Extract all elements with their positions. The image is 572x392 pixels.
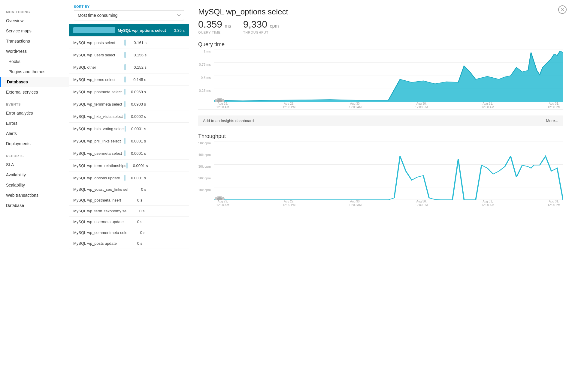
db-row-name: MySQL wp_terms select <box>73 77 124 82</box>
db-row-value: 0 s <box>124 220 142 224</box>
db-row[interactable]: MySQL wp_users select0.156 s <box>69 49 189 61</box>
sidebar-item-transactions[interactable]: Transactions <box>0 36 69 46</box>
db-row-value: 0 s <box>124 241 142 246</box>
db-row-value: 0 s <box>124 198 142 202</box>
close-button[interactable]: ✕ <box>558 5 567 14</box>
db-row[interactable]: MySQL other0.152 s <box>69 61 189 73</box>
sidebar-item-wordpress[interactable]: WordPress <box>0 46 69 56</box>
throughput-canvas <box>214 141 563 200</box>
query-time-value: 0.359 ms <box>198 19 231 30</box>
db-row-name: MySQL other <box>73 65 124 70</box>
sidebar-item-external-services[interactable]: External services <box>0 87 69 97</box>
db-row[interactable]: MySQL wp_options select3.35 s <box>69 24 189 37</box>
svg-marker-5 <box>214 51 563 102</box>
db-row-value: 0 s <box>127 230 145 235</box>
query-time-chart-title: Query time <box>198 41 563 48</box>
db-row[interactable]: MySQL wp_usermeta select0.0001 s <box>69 147 189 160</box>
detail-panel: ✕ MySQL wp_options select 0.359 ms QUERY… <box>189 0 572 392</box>
sort-select[interactable]: Most time consumingSlowest averageMost c… <box>74 10 184 20</box>
sidebar-section-reports: REPORTS <box>0 149 69 160</box>
db-row[interactable]: MySQL wp_postmeta select0.0969 s <box>69 86 189 98</box>
db-row[interactable]: MySQL wp_prli_links select0.0001 s <box>69 135 189 147</box>
db-row-name: MySQL wp_yoast_seo_links sel <box>73 187 128 192</box>
db-row[interactable]: MySQL wp_postmeta insert0 s <box>69 195 189 206</box>
db-row-name: MySQL wp_termmeta select <box>73 102 124 106</box>
throughput-svg <box>214 141 563 200</box>
throughput-y-labels: 50k cpm40k cpm30k cpm20k cpm10k cpm <box>198 141 213 200</box>
sidebar-item-availability[interactable]: Availability <box>0 170 69 180</box>
db-row-name: MySQL wp_term_taxonomy se <box>73 209 126 213</box>
detail-title: MySQL wp_options select <box>198 7 563 16</box>
sidebar-item-error-analytics[interactable]: Error analytics <box>0 108 69 118</box>
chart-action-bar: Add to an Insights dashboard More... <box>198 115 563 126</box>
db-row-name: MySQL wp_term_relationships <box>73 163 126 168</box>
x-label: Aug 29,12:00 AM <box>214 102 232 109</box>
x-label: Aug 29,12:00 AM <box>214 200 232 207</box>
query-time-x-labels: Aug 29,12:00 AMAug 29,12:00 PMAug 30,12:… <box>214 102 563 109</box>
db-row[interactable]: MySQL wp_term_relationships0.0001 s <box>69 160 189 172</box>
throughput-x-labels: Aug 29,12:00 AMAug 29,12:00 PMAug 30,12:… <box>214 200 563 207</box>
sidebar-item-service-maps[interactable]: Service maps <box>0 26 69 36</box>
y-label: 10k cpm <box>198 188 213 192</box>
sidebar-item-scalability[interactable]: Scalability <box>0 180 69 190</box>
db-row-name: MySQL wp_options update <box>73 176 124 180</box>
sidebar-item-overview[interactable]: Overview <box>0 16 69 26</box>
query-time-canvas <box>214 49 563 102</box>
query-time-chart-section: Query time 1 ms0.75 ms0.5 ms0.25 ms <box>198 41 563 109</box>
sidebar-item-plugins-themes[interactable]: Plugins and themes <box>0 67 69 77</box>
db-row-value: 0.0001 s <box>130 163 148 168</box>
more-link[interactable]: More... <box>546 118 558 123</box>
db-row[interactable]: MySQL wp_posts select0.161 s <box>69 37 189 49</box>
sidebar-item-errors[interactable]: Errors <box>0 118 69 128</box>
y-label: 1 ms <box>198 49 213 53</box>
db-row-name: MySQL wp_posts select <box>73 40 124 45</box>
y-label: 50k cpm <box>198 141 213 145</box>
sidebar-item-database[interactable]: Database <box>0 200 69 211</box>
db-row-name: MySQL wp_postmeta insert <box>73 198 124 202</box>
db-row-value: 0.0969 s <box>128 90 146 94</box>
y-label: 0.5 ms <box>198 76 213 79</box>
throughput-chart-section: Throughput 50k cpm40k cpm30k cpm20k cpm1… <box>198 133 563 207</box>
db-row-name: MySQL wp_prli_links select <box>73 139 124 143</box>
db-row-name: MySQL wp_postmeta select <box>73 90 124 94</box>
db-row-value: 0.156 s <box>129 53 147 57</box>
db-row[interactable]: MySQL wp_commentmeta sele0 s <box>69 227 189 238</box>
add-to-dashboard-label: Add to an Insights dashboard <box>203 118 254 123</box>
x-label: Aug 29,12:00 PM <box>280 200 298 207</box>
db-row-name: MySQL wp_commentmeta sele <box>73 230 127 235</box>
sidebar-item-databases[interactable]: Databases <box>0 77 69 87</box>
x-label: Aug 29,12:00 PM <box>280 102 298 109</box>
sidebar-section-monitoring: MONITORING <box>0 5 69 16</box>
db-row-name: MySQL wp_hkb_voting select <box>73 127 125 131</box>
sidebar: MONITORINGOverviewService mapsTransactio… <box>0 0 69 392</box>
x-label: Aug 30,12:00 AM <box>346 200 364 207</box>
sidebar-item-web-transactions[interactable]: Web transactions <box>0 190 69 200</box>
x-label: Aug 30,12:00 PM <box>413 102 431 109</box>
sidebar-item-alerts[interactable]: Alerts <box>0 128 69 139</box>
db-row[interactable]: MySQL wp_termmeta select0.0903 s <box>69 98 189 110</box>
query-time-y-labels: 1 ms0.75 ms0.5 ms0.25 ms <box>198 49 213 102</box>
db-row[interactable]: MySQL wp_term_taxonomy se0 s <box>69 206 189 217</box>
db-row[interactable]: MySQL wp_yoast_seo_links sel0 s <box>69 184 189 195</box>
sidebar-item-hooks[interactable]: Hooks <box>0 56 69 67</box>
sidebar-item-deployments[interactable]: Deployments <box>0 139 69 149</box>
y-label: 40k cpm <box>198 153 213 157</box>
db-row-name: MySQL wp_users select <box>73 53 124 57</box>
x-label: Aug 31,12:00 AM <box>479 102 497 109</box>
sort-label: SORT BY <box>74 5 184 8</box>
detail-metrics: 0.359 ms QUERY TIME 9,330 cpm THROUGHPUT <box>198 19 563 34</box>
db-row[interactable]: MySQL wp_terms select0.145 s <box>69 73 189 86</box>
db-row[interactable]: MySQL wp_hkb_visits select0.0002 s <box>69 110 189 123</box>
db-row-value: 0.152 s <box>129 65 147 70</box>
x-label: Aug 30,12:00 AM <box>346 102 364 109</box>
query-time-chart-area: 1 ms0.75 ms0.5 ms0.25 ms <box>198 49 563 109</box>
query-time-svg <box>214 49 563 102</box>
sidebar-item-sla[interactable]: SLA <box>0 160 69 170</box>
db-row-value: 0 s <box>126 209 144 213</box>
db-row[interactable]: MySQL wp_posts update0 s <box>69 238 189 249</box>
db-row[interactable]: MySQL wp_hkb_voting select0.0001 s <box>69 123 189 135</box>
db-row[interactable]: MySQL wp_usermeta update0 s <box>69 217 189 227</box>
db-row[interactable]: MySQL wp_options update0.0001 s <box>69 172 189 184</box>
throughput-label: THROUGHPUT <box>243 31 279 34</box>
y-label: 30k cpm <box>198 165 213 168</box>
